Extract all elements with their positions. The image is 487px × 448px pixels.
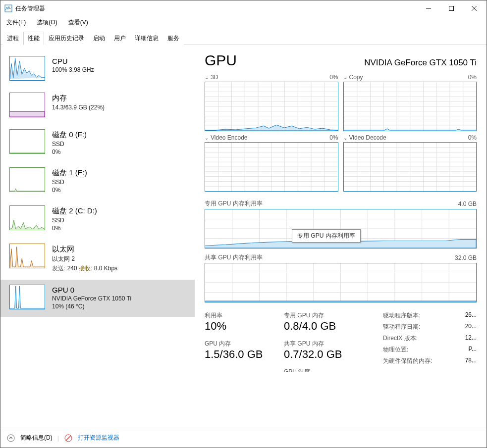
titlebar[interactable]: 任务管理器 — [0, 0, 487, 16]
sidebar-item-sub: NVIDIA GeForce GTX 1050 Ti — [52, 295, 131, 302]
sidebar-item-disk0[interactable]: 磁盘 0 (F:) SSD 0% — [0, 124, 195, 162]
stat-val: 78... — [465, 357, 477, 365]
disk1-mini-graph — [9, 167, 45, 192]
stat-key: 驱动程序版本: — [383, 311, 420, 320]
chevron-down-icon[interactable]: ⌄ — [205, 75, 209, 80]
sidebar-item-label: 磁盘 1 (E:) — [52, 168, 87, 178]
tab-app-history[interactable]: 应用历史记录 — [44, 32, 89, 45]
tab-processes[interactable]: 进程 — [2, 32, 23, 45]
maximize-button[interactable] — [440, 1, 463, 16]
chart-value-copy: 0% — [468, 74, 477, 81]
sidebar-item-label: 磁盘 0 (F:) — [52, 130, 87, 140]
sidebar-item-disk2[interactable]: 磁盘 2 (C: D:) SSD 0% — [0, 200, 195, 239]
gpu0-mini-graph — [9, 285, 45, 309]
chart-value-video-encode: 0% — [329, 134, 338, 141]
minimize-button[interactable] — [417, 1, 440, 16]
sidebar-item-label: 内存 — [52, 94, 105, 103]
tab-strip: 进程 性能 应用历史记录 启动 用户 详细信息 服务 — [0, 31, 487, 45]
chart-copy[interactable] — [343, 82, 477, 131]
svg-line-103 — [66, 436, 71, 441]
divider: | — [57, 435, 59, 442]
chart-dedicated-memory[interactable]: 专用 GPU 内存利用率 — [205, 209, 477, 249]
sidebar-item-sub2: 0% — [52, 187, 87, 194]
dedicated-mem-label: 专用 GPU 内存利用率 — [205, 199, 263, 208]
chevron-down-icon[interactable]: ⌄ — [343, 75, 347, 80]
sidebar-item-sub: 以太网 2 — [52, 255, 117, 263]
stat-key: DirectX 版本: — [383, 334, 418, 343]
tooltip: 专用 GPU 内存利用率 — [292, 229, 361, 243]
sidebar-item-cpu[interactable]: CPU 100% 3.98 GHz — [0, 51, 195, 88]
stat-label: GPU 内存 — [205, 340, 279, 348]
page-title: GPU — [205, 52, 237, 69]
menu-view[interactable]: 查看(V) — [66, 17, 90, 28]
sidebar-item-gpu0[interactable]: GPU 0 NVIDIA GeForce GTX 1050 Ti 10% (46… — [0, 280, 195, 317]
sidebar-item-label: GPU 0 — [52, 286, 131, 294]
tab-performance[interactable]: 性能 — [23, 32, 44, 45]
menu-file[interactable]: 文件(F) — [4, 17, 28, 28]
stat-key: 驱动程序日期: — [383, 323, 420, 331]
sidebar-item-label: CPU — [52, 57, 94, 65]
chevron-down-icon[interactable]: ⌄ — [343, 135, 347, 141]
sidebar-item-sub: SSD — [52, 217, 97, 224]
menu-options[interactable]: 选项(O) — [35, 17, 59, 28]
menubar: 文件(F) 选项(O) 查看(V) — [0, 16, 487, 28]
sidebar-item-sub2: 发送: 240 接收: 8.0 Kbps — [52, 264, 117, 273]
tab-startup[interactable]: 启动 — [89, 32, 109, 45]
sidebar-item-disk1[interactable]: 磁盘 1 (E:) SSD 0% — [0, 162, 195, 200]
chart-shared-memory[interactable] — [205, 263, 477, 302]
stat-key: 为硬件保留的内存: — [383, 357, 432, 365]
stat-value: 1.5/36.0 GB — [205, 348, 279, 361]
chart-3d[interactable] — [205, 82, 338, 131]
stat-value: 10% — [205, 320, 279, 333]
stat-key: 物理位置: — [383, 346, 408, 354]
shared-mem-label: 共享 GPU 内存利用率 — [205, 253, 263, 262]
open-resource-monitor-link[interactable]: 打开资源监视器 — [78, 434, 119, 442]
svg-rect-2 — [449, 6, 454, 11]
disk0-mini-graph — [9, 129, 45, 154]
tab-services[interactable]: 服务 — [163, 32, 184, 45]
stat-label: 共享 GPU 内存 — [284, 340, 363, 348]
cpu-mini-graph — [9, 56, 45, 81]
svg-point-101 — [7, 435, 14, 442]
sidebar-item-sub2: 0% — [52, 149, 87, 155]
stat-val: 26... — [465, 311, 477, 320]
chart-video-encode[interactable] — [205, 142, 338, 192]
gpu-name: NVIDIA GeForce GTX 1050 Ti — [364, 58, 477, 68]
footer: 简略信息(D) | 打开资源监视器 — [0, 428, 487, 448]
stat-label: 专用 GPU 内存 — [284, 311, 363, 320]
sidebar-item-sub: SSD — [52, 141, 87, 148]
sidebar[interactable]: CPU 100% 3.98 GHz 内存 14.3/63.9 GB (22%) — [0, 45, 195, 428]
sidebar-item-label: 磁盘 2 (C: D:) — [52, 206, 97, 216]
sidebar-item-memory[interactable]: 内存 14.3/63.9 GB (22%) — [0, 88, 195, 124]
app-icon — [4, 4, 12, 12]
chart-video-decode[interactable] — [343, 142, 477, 192]
chart-label-video-encode[interactable]: Video Encode — [211, 134, 248, 141]
stat-value: 0.7/32.0 GB — [284, 348, 363, 361]
chart-label-3d[interactable]: 3D — [211, 74, 218, 81]
sidebar-item-sub2: 0% — [52, 225, 97, 232]
collapse-icon[interactable] — [6, 434, 15, 443]
stat-value: 0.8/4.0 GB — [284, 320, 363, 333]
stat-label: 利用率 — [205, 311, 279, 320]
brief-info-button[interactable]: 简略信息(D) — [20, 434, 53, 442]
chevron-down-icon[interactable]: ⌄ — [205, 135, 209, 141]
tab-details[interactable]: 详细信息 — [130, 32, 163, 45]
stat-val: 12... — [465, 334, 477, 343]
chart-label-video-decode[interactable]: Video Decode — [349, 134, 386, 141]
chart-value-3d: 0% — [329, 74, 338, 81]
sidebar-item-ethernet[interactable]: 以太网 以太网 2 发送: 240 接收: 8.0 Kbps — [0, 239, 195, 280]
window-title: 任务管理器 — [15, 4, 417, 13]
ethernet-mini-graph — [9, 244, 45, 268]
resource-monitor-icon — [64, 434, 73, 443]
stat-val: 20... — [465, 323, 477, 331]
task-manager-window: 任务管理器 文件(F) 选项(O) 查看(V) 进程 性能 应用历史记录 启动 … — [0, 0, 487, 448]
disk2-mini-graph — [9, 205, 45, 230]
sidebar-item-sub: SSD — [52, 179, 87, 186]
tab-users[interactable]: 用户 — [109, 32, 130, 45]
stat-val: P... — [469, 346, 477, 354]
sidebar-item-sub: 14.3/63.9 GB (22%) — [52, 104, 105, 111]
close-button[interactable] — [463, 1, 486, 16]
chart-label-copy[interactable]: Copy — [349, 74, 363, 81]
stat-label: GPU 温度 — [284, 368, 363, 372]
main-panel: GPU NVIDIA GeForce GTX 1050 Ti ⌄3D 0% — [195, 45, 487, 428]
